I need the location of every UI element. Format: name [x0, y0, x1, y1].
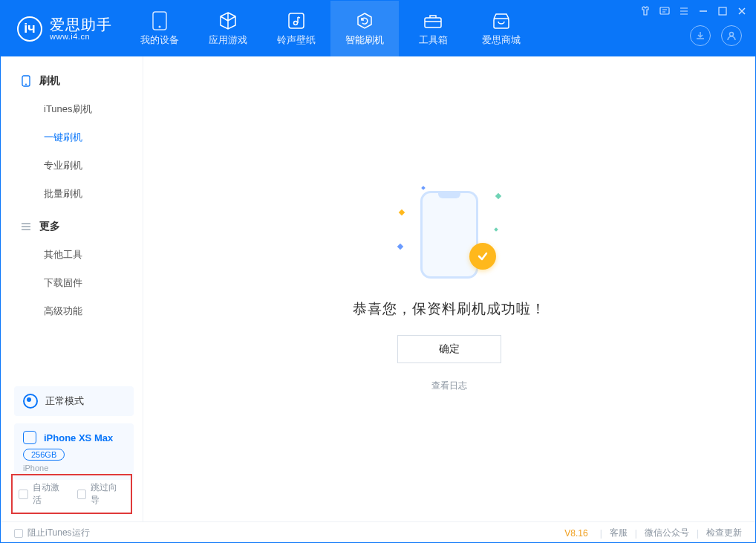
download-button[interactable]: [690, 25, 711, 46]
svg-point-1: [159, 25, 161, 27]
sidebar-item-download-firmware[interactable]: 下载固件: [1, 269, 143, 297]
sidebar-group-title: 刷机: [39, 74, 60, 88]
checkbox-icon: [14, 529, 23, 538]
music-icon: [287, 11, 306, 30]
cube-icon: [218, 11, 238, 30]
svg-rect-7: [719, 7, 726, 15]
logo-icon: iч: [17, 16, 42, 42]
maximize-button[interactable]: [717, 5, 729, 17]
checkbox-auto-activate[interactable]: 自动激活: [19, 481, 67, 507]
app-name: 爱思助手: [50, 17, 112, 32]
nav-label: 工具箱: [419, 33, 448, 47]
header-actions: [690, 25, 742, 46]
status-mode-text: 正常模式: [45, 394, 84, 408]
nav-tab-flash[interactable]: 智能刷机: [330, 1, 399, 56]
status-bar: 阻止iTunes运行 V8.16 | 客服 | 微信公众号 | 检查更新: [1, 521, 755, 543]
logo[interactable]: iч 爱思助手 www.i4.cn: [1, 1, 126, 56]
version-text: V8.16: [564, 528, 587, 539]
status-mode-card[interactable]: 正常模式: [14, 386, 134, 416]
sidebar: 刷机 iTunes刷机 一键刷机 专业刷机 批量刷机 更多 其他工具 下载固件 …: [1, 56, 143, 521]
device-icon: [150, 11, 169, 30]
nav-label: 应用游戏: [209, 33, 247, 47]
device-icon: [23, 431, 36, 444]
nav-tab-store[interactable]: 爱思商城: [467, 1, 535, 56]
sidebar-item-batch-flash[interactable]: 批量刷机: [1, 180, 143, 208]
toolbox-icon: [423, 11, 443, 30]
nav-tab-ringtones[interactable]: 铃声壁纸: [262, 1, 330, 56]
confirm-button[interactable]: 确定: [397, 335, 501, 363]
footer-link-service[interactable]: 客服: [610, 527, 628, 539]
window-controls: [639, 5, 748, 17]
sidebar-group-flash: 刷机: [1, 70, 143, 92]
nav-label: 我的设备: [140, 33, 179, 47]
flash-options-highlight: 自动激活 跳过向导: [11, 474, 132, 514]
footer-link-update[interactable]: 检查更新: [706, 527, 742, 539]
sidebar-item-other-tools[interactable]: 其他工具: [1, 241, 143, 269]
phone-icon: [20, 75, 32, 87]
feedback-icon[interactable]: [659, 5, 671, 17]
check-badge-icon: [469, 243, 496, 270]
nav-label: 爱思商城: [482, 33, 521, 47]
shirt-icon[interactable]: [639, 5, 651, 17]
footer-link-wechat[interactable]: 微信公众号: [645, 527, 689, 539]
device-capacity: 256GB: [23, 449, 65, 461]
success-illustration: [394, 186, 505, 283]
checkbox-label: 自动激活: [33, 481, 67, 507]
nav-label: 铃声壁纸: [277, 33, 316, 47]
store-icon: [492, 11, 511, 30]
nav-tab-device[interactable]: 我的设备: [126, 1, 194, 56]
sidebar-item-advanced[interactable]: 高级功能: [1, 297, 143, 325]
device-name: iPhone XS Max: [44, 432, 113, 443]
list-icon: [20, 221, 32, 233]
mode-icon: [23, 394, 38, 409]
main-content: 恭喜您，保资料刷机成功啦！ 确定 查看日志: [143, 56, 755, 521]
svg-rect-4: [425, 18, 441, 27]
user-button[interactable]: [721, 25, 742, 46]
checkbox-block-itunes[interactable]: 阻止iTunes运行: [14, 527, 90, 539]
nav-tabs: 我的设备 应用游戏 铃声壁纸 智能刷机 工具箱 爱思商城: [126, 1, 535, 56]
svg-point-8: [730, 33, 734, 36]
nav-tab-apps[interactable]: 应用游戏: [194, 1, 262, 56]
minimize-button[interactable]: [697, 5, 709, 17]
sidebar-item-pro-flash[interactable]: 专业刷机: [1, 152, 143, 180]
checkbox-label: 跳过向导: [91, 481, 125, 507]
svg-rect-6: [660, 7, 669, 14]
nav-tab-toolbox[interactable]: 工具箱: [399, 1, 467, 56]
checkbox-skip-guide[interactable]: 跳过向导: [77, 481, 126, 507]
refresh-icon: [355, 11, 374, 30]
sidebar-group-title: 更多: [39, 220, 60, 233]
sidebar-item-itunes-flash[interactable]: iTunes刷机: [1, 95, 143, 123]
phone-illustration-icon: [420, 191, 478, 279]
svg-point-3: [294, 21, 298, 25]
sidebar-group-more: 更多: [1, 215, 143, 238]
svg-point-10: [25, 84, 27, 85]
checkbox-icon: [77, 490, 87, 499]
menu-icon[interactable]: [678, 5, 690, 17]
view-log-link[interactable]: 查看日志: [431, 380, 467, 392]
checkbox-icon: [19, 490, 28, 499]
checkbox-label: 阻止iTunes运行: [27, 527, 90, 539]
success-message: 恭喜您，保资料刷机成功啦！: [353, 299, 546, 319]
app-url: www.i4.cn: [50, 32, 112, 41]
app-header: iч 爱思助手 www.i4.cn 我的设备 应用游戏 铃声壁纸 智能刷机 工具…: [1, 1, 755, 56]
close-button[interactable]: [736, 5, 748, 17]
sidebar-item-oneclick-flash[interactable]: 一键刷机: [1, 123, 143, 152]
device-card[interactable]: iPhone XS Max 256GB iPhone: [14, 423, 134, 480]
nav-label: 智能刷机: [345, 33, 384, 47]
device-type: iPhone: [23, 464, 125, 472]
